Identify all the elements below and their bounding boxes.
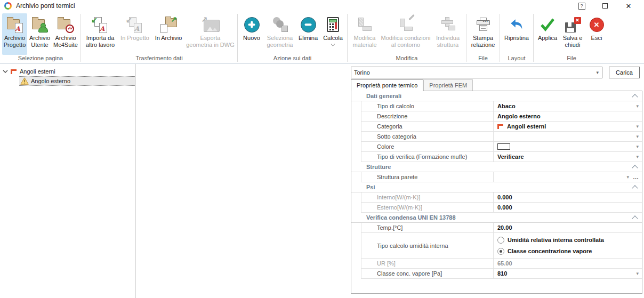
chevron-down-icon[interactable]: ▾ <box>636 144 639 149</box>
undo-arrow-icon <box>509 18 524 31</box>
button-label: Modifica materiale <box>352 35 376 49</box>
group-file-chiusura: Applica Salva e chiudi Esci File <box>534 12 609 63</box>
printer-icon <box>476 18 490 31</box>
ellipsis-button[interactable]: … <box>633 174 639 180</box>
in-archivio-button[interactable]: ↗ In Archivio <box>152 13 185 55</box>
properties-panel: Torino ▾ Carica Proprietà ponte termico … <box>351 64 644 298</box>
row-value[interactable] <box>494 172 642 182</box>
radio-on-icon[interactable] <box>497 248 504 255</box>
section-psi[interactable]: Psi <box>351 182 642 192</box>
chevron-down-icon[interactable]: ▾ <box>636 134 639 139</box>
pages-tree-panel: Angoli esterni Angolo esterno <box>0 64 135 298</box>
radio-umidita-relativa[interactable]: Umidità relativa interna controllata <box>497 237 642 244</box>
section-title: Psi <box>366 184 375 190</box>
maximize-button[interactable] <box>598 1 612 11</box>
chevron-down-icon[interactable]: ▾ <box>636 271 639 276</box>
row-value[interactable] <box>494 142 642 151</box>
chevron-down-icon[interactable]: ▾ <box>636 124 639 129</box>
help-button[interactable]: ? <box>575 1 589 11</box>
button-label: Nuovo <box>243 35 260 42</box>
row-label: Tipo calcolo umidità interna <box>361 233 494 258</box>
titlebar: Archivio ponti termici ? ✕ <box>0 0 644 12</box>
close-button[interactable]: ✕ <box>622 1 635 11</box>
location-combobox[interactable]: Torino ▾ <box>351 67 602 78</box>
section-dati-generali[interactable]: Dati generali <box>351 91 642 101</box>
section-strutture[interactable]: Strutture <box>351 162 642 172</box>
category-corner-icon <box>11 69 17 74</box>
green-check-icon <box>540 18 556 31</box>
button-label: In Progetto <box>120 35 149 42</box>
category-corner-icon <box>497 124 503 129</box>
ripristina-button[interactable]: Ripristina <box>502 13 532 55</box>
row-value[interactable]: 810 <box>494 269 642 278</box>
stampa-relazione-button[interactable]: Stampa relazione <box>468 13 498 55</box>
individua-struttura-button[interactable]: Individua struttura <box>431 13 464 55</box>
group-selezione-pagina: Archivio Progetto Archivio Utente Archiv… <box>1 12 80 63</box>
chevron-up-icon <box>632 165 638 171</box>
calculator-icon <box>327 17 339 32</box>
warning-icon <box>20 77 29 85</box>
row-tipo-di-verifica: Tipo di verifica (Formazione muffe) Veri… <box>361 152 642 162</box>
color-swatch[interactable] <box>497 143 510 150</box>
chevron-down-icon[interactable]: ▾ <box>636 103 639 109</box>
section-title: Strutture <box>366 164 391 170</box>
select-geometry-shapes-icon <box>271 17 288 33</box>
row-label: Struttura parete <box>361 172 494 182</box>
in-progetto-button[interactable]: ↙ In Progetto <box>118 13 152 55</box>
group-label: File <box>534 55 609 63</box>
button-label: Elimina <box>299 35 318 42</box>
section-verifica-condensa[interactable]: Verifica condensa UNI EN 13788 <box>351 213 642 223</box>
archivio-utente-button[interactable]: Archivio Utente <box>27 13 52 55</box>
row-value[interactable]: 20.00 <box>494 223 642 232</box>
esci-button[interactable]: Esci <box>585 13 608 55</box>
row-label: Tipo di calcolo <box>361 101 494 111</box>
importa-da-altro-lavoro-button[interactable]: ↙ Importa da altro lavoro <box>83 13 118 55</box>
applica-button[interactable]: Applica <box>535 13 560 55</box>
esporta-geometria-dwg-button[interactable]: ↗ Esporta geometria in DWG <box>185 13 236 55</box>
salva-e-chiudi-button[interactable]: Salva e chiudi <box>560 13 585 55</box>
chevron-up-icon <box>632 215 638 221</box>
row-classe-conc-vapore: Classe conc. vapore [Pa] 810 ▾ <box>361 269 642 279</box>
ribbon-toolbar: Archivio Progetto Archivio Utente Archiv… <box>0 12 644 64</box>
button-label: Esporta geometria in DWG <box>186 35 234 49</box>
radio-off-icon[interactable] <box>497 237 504 244</box>
row-value: 0.000 <box>494 203 642 212</box>
row-value[interactable] <box>494 132 642 141</box>
row-psi-interno: Interno[W/(m·K)] 0.000 <box>361 192 642 203</box>
row-sotto-categoria: Sotto categoria ▾ <box>361 132 642 142</box>
elimina-button[interactable]: Elimina <box>296 13 320 55</box>
remove-circle-icon <box>301 17 316 33</box>
archivio-mc4suite-button[interactable]: Archivio Mc4Suite <box>52 13 79 55</box>
row-value[interactable]: Abaco <box>494 101 642 111</box>
button-label: Salva e chiudi <box>563 35 583 49</box>
section-title: Verifica condensa UNI EN 13788 <box>366 214 456 221</box>
tab-proprieta-ponte-termico[interactable]: Proprietà ponte termico <box>351 79 423 91</box>
tree-group-angoli-esterni[interactable]: Angoli esterni <box>0 67 135 76</box>
calcola-button[interactable]: Calcola <box>320 13 345 55</box>
modifica-condizioni-button[interactable]: Modifica condizioni al contorno <box>380 13 431 55</box>
row-temp: Temp.[°C] 20.00 <box>361 223 642 233</box>
radio-classe-concentrazione[interactable]: Classe concentrazione vapore <box>497 248 642 255</box>
seleziona-geometria-button[interactable]: Seleziona geometria <box>264 13 296 55</box>
row-value[interactable]: Angoli esterni <box>494 122 642 131</box>
group-label: Trasferimento dati <box>82 55 237 63</box>
row-struttura-parete: Struttura parete ▾ … <box>361 172 642 182</box>
row-value[interactable]: Angolo esterno <box>494 111 642 121</box>
chevron-down-icon[interactable] <box>3 70 8 73</box>
chevron-down-icon[interactable]: ▾ <box>636 154 639 159</box>
tab-proprieta-fem[interactable]: Proprietà FEM <box>423 79 473 91</box>
tree-item-angolo-esterno[interactable]: Angolo esterno <box>0 76 135 86</box>
section-title: Dati generali <box>366 93 401 99</box>
carica-button[interactable]: Carica <box>609 67 640 78</box>
row-label: Descrizione <box>361 111 494 121</box>
nuovo-button[interactable]: Nuovo <box>239 13 264 55</box>
chevron-down-icon[interactable]: ▾ <box>626 174 629 180</box>
row-descrizione: Descrizione Angolo esterno <box>361 111 642 122</box>
row-value[interactable]: Verificare <box>494 152 642 162</box>
chevron-down-icon[interactable]: ▾ <box>596 70 599 75</box>
archivio-progetto-button[interactable]: Archivio Progetto <box>2 13 27 55</box>
button-label: Individua struttura <box>436 35 460 49</box>
modifica-materiale-button[interactable]: Modifica materiale <box>349 13 380 55</box>
exit-red-circle-icon <box>590 18 604 32</box>
chevron-down-icon[interactable] <box>331 42 335 46</box>
